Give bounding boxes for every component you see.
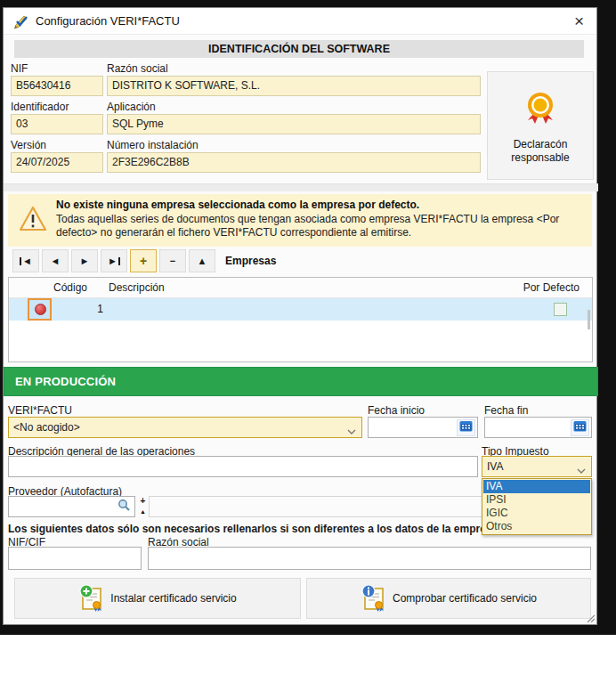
dropdown-option-iva[interactable]: IVA <box>483 480 590 493</box>
nif-label: NIF <box>11 62 28 75</box>
warning-body: Todas aquellas series de documentos que … <box>56 213 585 240</box>
numero-instalacion-label: Número instalación <box>107 139 199 151</box>
section-divider <box>4 183 598 191</box>
proveedor-edit-button[interactable]: ▲ <box>137 507 149 517</box>
chevron-down-icon <box>347 425 356 437</box>
tipo-impuesto-combo-value: IVA <box>487 460 503 473</box>
record-red-dot-icon <box>35 304 46 315</box>
column-header-codigo[interactable]: Código <box>53 281 87 294</box>
dropdown-option-igic[interactable]: IGIC <box>483 507 590 520</box>
version-field[interactable]: 24/07/2025 <box>11 152 103 173</box>
en-produccion-label: EN PRODUCCIÓN <box>15 375 116 388</box>
verifactu-combo[interactable]: <No acogido> <box>8 417 362 438</box>
proveedor-name-display <box>149 496 482 517</box>
check-certificate-icon <box>361 584 385 613</box>
en-produccion-banner: EN PRODUCCIÓN <box>4 367 598 396</box>
instalar-certificado-label: Instalar certificado servicio <box>110 592 236 605</box>
grid-scrollbar[interactable] <box>588 310 590 329</box>
fecha-inicio-calendar-button[interactable] <box>457 419 475 436</box>
warning-panel: No existe ninguna empresa seleccionada c… <box>8 194 592 247</box>
medal-icon <box>523 92 557 127</box>
por-defecto-checkbox[interactable] <box>554 303 567 316</box>
verifactu-label: VERI*FACTU <box>8 404 72 417</box>
aplicacion-field[interactable]: SQL Pyme <box>107 114 481 134</box>
identificador-label: Identificador <box>11 101 69 113</box>
title-bar[interactable]: Configuración VERI*FACTU × <box>4 8 596 35</box>
fecha-inicio-label: Fecha inicio <box>368 404 425 417</box>
column-header-por-defecto[interactable]: Por Defecto <box>523 281 580 294</box>
magnifier-icon <box>118 499 131 512</box>
instalar-certificado-button[interactable]: Instalar certificado servicio <box>14 578 301 619</box>
nav-prior-button[interactable]: ◄ <box>42 249 69 272</box>
table-row[interactable]: 1 <box>9 298 592 321</box>
empresas-label: Empresas <box>225 255 276 267</box>
proveedor-add-button[interactable]: + <box>137 496 149 507</box>
descripcion-operaciones-input[interactable] <box>8 456 478 477</box>
screenshot-canvas: Configuración VERI*FACTU × IDENTIFICACIÓ… <box>0 0 616 674</box>
comprobar-certificado-button[interactable]: Comprobar certificado servicio <box>306 578 591 619</box>
warning-title: No existe ninguna empresa seleccionada c… <box>56 199 419 211</box>
cell-codigo[interactable]: 1 <box>52 303 103 315</box>
dropdown-option-otros[interactable]: Otros <box>483 520 590 533</box>
verifactu-combo-value: <No acogido> <box>13 421 80 434</box>
nav-last-button[interactable]: ► <box>101 249 127 272</box>
app-pencil-check-icon <box>12 13 29 30</box>
proveedor-spinner: + ▲ <box>137 496 149 517</box>
nav-delete-button[interactable]: − <box>159 249 186 272</box>
nav-edit-button[interactable]: ▲ <box>189 249 215 272</box>
window-title: Configuración VERI*FACTU <box>36 14 180 28</box>
dropdown-option-ipsi[interactable]: IPSI <box>483 493 590 507</box>
fecha-fin-calendar-button[interactable] <box>571 419 589 436</box>
companies-grid: Código Descripción Por Defecto ► 1 <box>8 277 593 362</box>
resize-grip[interactable] <box>586 613 595 622</box>
proveedor-input[interactable] <box>8 496 135 517</box>
fecha-fin-input[interactable] <box>484 417 592 438</box>
warning-triangle-icon <box>19 206 47 236</box>
comprobar-certificado-label: Comprobar certificado servicio <box>393 592 537 605</box>
version-label: Versión <box>11 139 46 151</box>
nif-field[interactable]: B56430416 <box>11 76 103 96</box>
proveedor-search-button[interactable] <box>116 499 133 516</box>
grid-header: Código Descripción Por Defecto <box>9 278 592 298</box>
install-certificate-icon <box>78 584 103 613</box>
calendar-icon <box>459 420 473 432</box>
razon-social-field[interactable]: DISTRITO K SOFTWARE, S.L. <box>107 76 481 96</box>
fecha-fin-label: Fecha fin <box>484 404 528 417</box>
aplicacion-label: Aplicación <box>107 101 156 113</box>
column-header-descripcion[interactable]: Descripción <box>109 281 165 294</box>
razon-social-label: Razón social <box>107 62 168 75</box>
calendar-icon <box>573 420 587 432</box>
record-status-cell[interactable] <box>28 298 52 321</box>
different-data-note: Los siguientes datos sólo son necesarios… <box>8 523 498 535</box>
numero-instalacion-field[interactable]: 2F3E296C2B8B <box>107 152 481 173</box>
record-navigator: ◄ ◄ ► ► + − ▲ Empresas <box>4 249 598 274</box>
declaracion-responsable-button[interactable]: Declaracón responsable <box>487 71 594 180</box>
nav-insert-button[interactable]: + <box>130 249 157 272</box>
nif-cif-input[interactable] <box>8 547 142 570</box>
fecha-inicio-input[interactable] <box>368 417 478 438</box>
razon-social-2-input[interactable] <box>148 547 591 570</box>
identificador-field[interactable]: 03 <box>11 114 103 134</box>
nav-first-button[interactable]: ◄ <box>12 249 39 272</box>
chevron-down-icon <box>577 464 586 476</box>
configuracion-verifactu-dialog: Configuración VERI*FACTU × IDENTIFICACIÓ… <box>3 7 597 625</box>
section-header-identificacion: IDENTIFICACIÓN DEL SOFTWARE <box>14 40 584 58</box>
tipo-impuesto-dropdown: IVA IPSI IGIC Otros <box>482 478 592 535</box>
tipo-impuesto-combo[interactable]: IVA <box>482 456 592 477</box>
declaracion-responsable-label: Declaracón responsable <box>488 138 593 165</box>
nav-next-button[interactable]: ► <box>71 249 98 272</box>
close-icon[interactable]: × <box>574 11 584 32</box>
